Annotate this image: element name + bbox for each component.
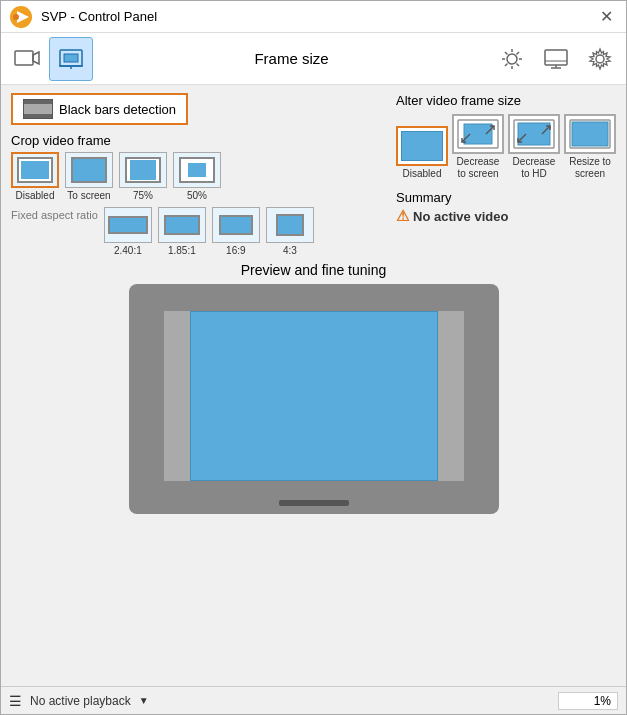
crop-disabled-icon [17, 157, 53, 183]
toolbar-display-btn[interactable] [534, 37, 578, 81]
fixed-aspect-label: Fixed aspect ratio [11, 209, 98, 221]
svg-rect-3 [15, 51, 33, 65]
preview-inner [190, 311, 438, 481]
svg-point-2 [13, 14, 19, 20]
alter-title: Alter video frame size [396, 93, 616, 108]
status-bar-percent: 1% [558, 692, 618, 710]
app-logo [9, 5, 33, 29]
svg-line-17 [505, 63, 508, 66]
hamburger-icon: ☰ [9, 693, 22, 709]
svg-rect-6 [64, 54, 78, 62]
main-content: Black bars detection Crop video frame [1, 85, 626, 686]
preview-right-bar [438, 311, 464, 481]
toolbar-video-btn[interactable] [5, 37, 49, 81]
black-bars-label: Black bars detection [59, 102, 176, 117]
svg-line-14 [505, 52, 508, 55]
status-bar-left: ☰ No active playback ▼ [9, 693, 558, 709]
black-bars-button[interactable]: Black bars detection [11, 93, 188, 125]
preview-section: Preview and fine tuning [11, 262, 616, 678]
svg-point-9 [507, 54, 517, 64]
summary-status-text: No active video [413, 209, 508, 224]
alter-disabled-icon [401, 131, 443, 161]
status-bar-text-label: No active playback [30, 694, 131, 708]
crop-75-icon [125, 157, 161, 183]
crop-75-btn[interactable]: 75% [119, 152, 167, 201]
ar-43-icon [276, 214, 304, 236]
main-window: SVP - Control Panel ✕ Frame size [0, 0, 627, 715]
preview-frame [129, 284, 499, 514]
alter-buttons: Disabled [396, 114, 616, 180]
crop-title: Crop video frame [11, 133, 376, 148]
crop-50-icon [179, 157, 215, 183]
toolbar-frame-btn[interactable] [49, 37, 93, 81]
crop-50-btn[interactable]: 50% [173, 152, 221, 201]
svg-marker-4 [33, 52, 39, 64]
black-bars-icon [23, 99, 53, 119]
alter-resize-screen-btn[interactable]: Resize to screen [564, 114, 616, 180]
alter-resize-screen-icon [568, 118, 612, 150]
summary-status: ⚠ No active video [396, 207, 616, 225]
ar-169-icon [219, 215, 253, 235]
ar-240-icon [108, 216, 148, 234]
svg-line-15 [517, 63, 520, 66]
close-button[interactable]: ✕ [594, 5, 618, 29]
warning-icon: ⚠ [396, 207, 409, 225]
crop-ar-169-btn[interactable]: 16:9 [212, 207, 260, 256]
toolbar-settings-btn[interactable] [578, 37, 622, 81]
toolbar-light-btn[interactable] [490, 37, 534, 81]
left-panel: Black bars detection Crop video frame [11, 93, 376, 256]
preview-left-bar [164, 311, 190, 481]
alter-decrease-screen-btn[interactable]: Decrease to screen [452, 114, 504, 180]
crop-ar-185-btn[interactable]: 1.85:1 [158, 207, 206, 256]
crop-ar-240-btn[interactable]: 2.40:1 [104, 207, 152, 256]
summary-title: Summary [396, 190, 616, 205]
alter-disabled-btn[interactable]: Disabled [396, 126, 448, 180]
crop-buttons-row: Disabled To screen [11, 152, 376, 201]
svg-line-16 [517, 52, 520, 55]
svg-point-22 [596, 55, 604, 63]
toolbar: Frame size [1, 33, 626, 85]
svg-rect-18 [545, 50, 567, 65]
crop-disabled-btn[interactable]: Disabled [11, 152, 59, 201]
alter-decrease-hd-icon [512, 118, 556, 150]
svg-rect-24 [464, 124, 492, 144]
alter-decrease-hd-btn[interactable]: Decrease to HD [508, 114, 560, 180]
top-row: Black bars detection Crop video frame [11, 93, 616, 256]
window-title: SVP - Control Panel [41, 9, 594, 24]
preview-stand [279, 500, 349, 506]
crop-ar-43-btn[interactable]: 4:3 [266, 207, 314, 256]
svg-rect-28 [518, 123, 550, 145]
alter-decrease-screen-icon [456, 118, 500, 150]
ar-185-icon [164, 215, 200, 235]
summary-section: Summary ⚠ No active video [396, 190, 616, 225]
crop-section: Crop video frame Disabled [11, 133, 376, 256]
preview-title: Preview and fine tuning [241, 262, 387, 278]
status-bar: ☰ No active playback ▼ 1% [1, 686, 626, 714]
right-panel: Alter video frame size Disabled [396, 93, 616, 225]
svg-rect-32 [572, 122, 608, 146]
chevron-down-icon: ▼ [139, 695, 149, 706]
crop-toscreen-btn[interactable]: To screen [65, 152, 113, 201]
alter-section: Alter video frame size Disabled [396, 93, 616, 180]
toolbar-active-label: Frame size [93, 50, 490, 67]
title-bar: SVP - Control Panel ✕ [1, 1, 626, 33]
fixed-aspect-row: Fixed aspect ratio 2.40:1 [11, 207, 376, 256]
crop-toscreen-icon [71, 157, 107, 183]
